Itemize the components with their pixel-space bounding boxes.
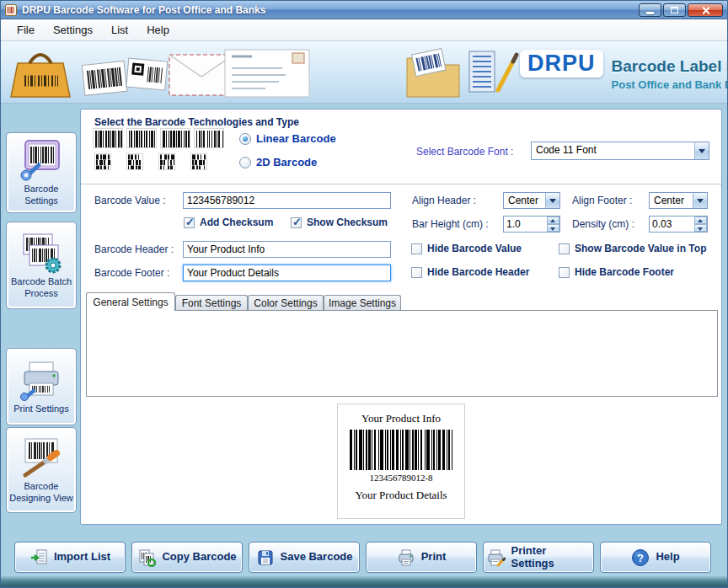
close-icon	[701, 6, 710, 15]
tab-color-settings[interactable]: Color Settings	[248, 295, 324, 311]
maximize-button[interactable]	[663, 3, 686, 17]
hide-barcode-header-checkbox[interactable]: Hide Barcode Header	[411, 266, 529, 278]
spinner-down-icon[interactable]	[547, 224, 559, 232]
window-title: DRPU Barcode Software for Post Office an…	[22, 4, 265, 16]
density-input[interactable]	[650, 216, 694, 232]
sidebar-item-barcode-batch-process[interactable]: Barcode Batch Process	[6, 222, 77, 309]
align-footer-label: Align Footer :	[572, 195, 632, 206]
sidebar-item-print-settings[interactable]: Print Settings	[6, 348, 77, 425]
checkbox-icon	[184, 217, 195, 228]
spinner-down-icon[interactable]	[694, 224, 707, 232]
hide-barcode-footer-checkbox[interactable]: Hide Barcode Footer	[559, 266, 674, 278]
show-barcode-value-top-label: Show Barcode Value in Top	[575, 243, 706, 254]
add-checksum-checkbox[interactable]: Add Checksum	[184, 216, 273, 228]
menu-help[interactable]: Help	[137, 21, 179, 39]
density-label: Density (cm) :	[572, 218, 634, 230]
barcode-footer-input[interactable]	[183, 265, 391, 281]
sidebar-item-label: Barcode Designing View	[8, 481, 74, 505]
dropdown-arrow-icon	[545, 193, 559, 208]
menu-file[interactable]: File	[8, 21, 44, 39]
action-label: Printer Settings	[511, 545, 591, 569]
preview-header-text: Your Product Info	[361, 412, 441, 425]
tab-font-settings[interactable]: Font Settings	[175, 295, 248, 311]
banner-decoration-left	[4, 43, 318, 100]
tab-image-settings[interactable]: Image Settings	[324, 295, 401, 311]
maximize-icon	[671, 7, 678, 13]
2d-barcode-radio[interactable]: 2D Barcode	[239, 156, 317, 168]
bar-height-input[interactable]	[504, 216, 547, 232]
drpu-logo: DRPU	[520, 50, 603, 78]
barcode-value-label: Barcode Value :	[94, 195, 166, 206]
show-checksum-checkbox[interactable]: Show Checksum	[291, 216, 388, 228]
hide-barcode-value-checkbox[interactable]: Hide Barcode Value	[411, 243, 522, 254]
help-button[interactable]: ? Help	[600, 542, 711, 573]
spinner-up-icon[interactable]	[547, 216, 559, 224]
sidebar-item-barcode-settings[interactable]: Barcode Settings	[6, 132, 77, 213]
radio-icon	[239, 133, 251, 145]
show-checksum-label: Show Checksum	[307, 216, 388, 228]
2d-sample-icon	[158, 153, 175, 170]
linear-barcode-radio[interactable]: Linear Barcode	[239, 132, 336, 145]
align-header-select[interactable]: Center	[503, 192, 560, 209]
density-spinner[interactable]	[649, 216, 708, 233]
banner: DRPU Barcode Label Maker Post Office and…	[1, 41, 728, 104]
2d-sample-icon	[190, 153, 207, 170]
hide-barcode-header-label: Hide Barcode Header	[427, 266, 529, 278]
action-label: Save Barcode	[281, 551, 353, 563]
tab-label: Image Settings	[329, 297, 396, 309]
align-footer-value: Center	[650, 193, 693, 208]
sidebar-item-label: Barcode Batch Process	[8, 276, 74, 300]
help-icon: ?	[631, 548, 650, 567]
show-barcode-value-top-checkbox[interactable]: Show Barcode Value in Top	[559, 243, 706, 254]
checkbox-icon	[559, 267, 570, 278]
bar-height-label: Bar Height (cm) :	[412, 218, 489, 230]
linear-sample-icon	[93, 128, 123, 148]
hide-barcode-footer-label: Hide Barcode Footer	[575, 266, 674, 278]
spinner-up-icon[interactable]	[694, 216, 707, 224]
checkbox-icon	[411, 243, 422, 254]
window-controls	[639, 3, 723, 17]
preview-barcode-value: 123456789012-8	[369, 473, 432, 483]
barcode-header-input[interactable]	[183, 241, 391, 258]
2d-barcode-label: 2D Barcode	[256, 156, 317, 168]
tab-general-settings[interactable]: General Settings	[86, 292, 175, 311]
bar-height-spinner[interactable]	[503, 216, 560, 233]
import-list-icon	[29, 548, 48, 567]
printer-icon	[397, 548, 415, 567]
barcode-settings-icon	[19, 139, 64, 181]
barcode-batch-icon	[19, 232, 64, 274]
menu-settings[interactable]: Settings	[44, 21, 102, 39]
print-settings-icon	[19, 359, 64, 401]
sidebar-item-label: Barcode Settings	[8, 184, 74, 207]
barcode-font-value: Code 11 Font	[532, 142, 694, 159]
sidebar-item-barcode-designing-view[interactable]: Barcode Designing View	[6, 427, 77, 513]
print-button[interactable]: Print	[366, 542, 477, 573]
2d-sample-icon	[94, 153, 111, 170]
printer-settings-button[interactable]: Printer Settings	[483, 542, 594, 573]
minimize-button[interactable]	[639, 3, 661, 17]
linear-sample-icon	[160, 128, 190, 148]
separator	[81, 184, 721, 185]
save-barcode-button[interactable]: Save Barcode	[249, 542, 360, 573]
align-header-value: Center	[504, 193, 545, 208]
barcode-font-label: Select Barcode Font :	[416, 146, 513, 158]
menu-list[interactable]: List	[102, 21, 137, 39]
close-button[interactable]	[688, 3, 723, 17]
copy-barcode-button[interactable]: Copy Barcode	[131, 542, 243, 573]
save-icon	[256, 548, 275, 567]
window-bottom-frame	[1, 576, 728, 587]
brand-block: DRPU Barcode Label Maker Post Office and…	[520, 50, 728, 91]
barcode-value-input[interactable]	[183, 192, 391, 209]
align-header-label: Align Header :	[412, 195, 476, 206]
main-panel: Select the Barcode Technologies and Type	[80, 109, 722, 525]
import-list-button[interactable]: Import List	[14, 542, 126, 573]
barcode-designing-icon	[19, 436, 64, 478]
menubar: File Settings List Help	[1, 19, 728, 41]
align-footer-select[interactable]: Center	[649, 192, 708, 209]
tab-label: Color Settings	[254, 297, 317, 309]
barcode-font-select[interactable]: Code 11 Font	[531, 142, 709, 160]
copy-barcode-icon	[137, 548, 156, 567]
action-label: Print	[421, 551, 447, 563]
banner-decoration-right	[404, 45, 523, 100]
app-icon	[5, 4, 17, 16]
